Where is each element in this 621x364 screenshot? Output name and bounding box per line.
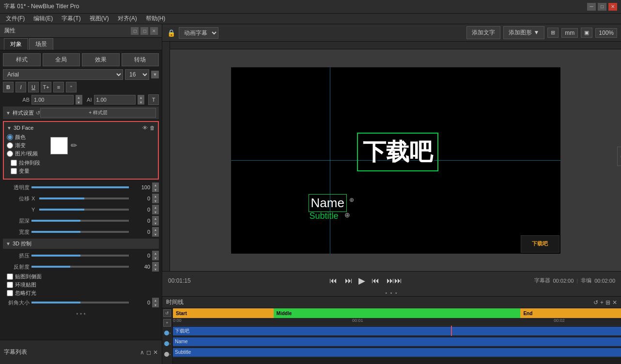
last-frame-button[interactable]: ⏭⏭ xyxy=(385,275,404,286)
animation-preset-select[interactable]: 动画字幕 xyxy=(179,27,218,39)
menu-help[interactable]: 帮助(H) xyxy=(142,14,170,24)
menu-edit[interactable]: 编辑(E) xyxy=(30,14,57,24)
gradient-radio[interactable] xyxy=(7,142,13,149)
ai-up[interactable]: ▲ xyxy=(138,95,144,100)
style-settings-header[interactable]: ▼ 样式设置 ↺ + 样式层 xyxy=(3,106,159,119)
tl-add-button[interactable]: + xyxy=(600,299,604,306)
ignore-light-checkbox[interactable] xyxy=(7,290,13,296)
image-radio[interactable] xyxy=(7,151,13,157)
global-button[interactable]: 全局 xyxy=(43,53,80,66)
text-style-button[interactable]: T+ xyxy=(41,82,51,92)
track-eye-2[interactable] xyxy=(164,341,169,346)
expand-handle[interactable]: › xyxy=(617,147,621,166)
expand-up-button[interactable]: ∧ xyxy=(140,349,144,356)
image-radio-label[interactable]: 图片/视频 xyxy=(7,150,38,157)
offset-y-track[interactable] xyxy=(39,209,129,211)
grid-button[interactable]: ⊞ xyxy=(547,28,559,38)
width-down[interactable]: ▼ xyxy=(152,232,159,237)
menu-view[interactable]: 视图(V) xyxy=(86,14,113,24)
track-bar-1[interactable] xyxy=(173,327,621,335)
depth-track[interactable] xyxy=(31,220,129,222)
ai-input[interactable] xyxy=(94,95,136,105)
ab-down[interactable]: ▼ xyxy=(76,100,82,105)
tl-add-track-icon[interactable]: + xyxy=(163,319,171,327)
variation-checkbox[interactable] xyxy=(11,168,17,174)
segment-end[interactable]: End xyxy=(520,308,621,318)
reflectance-up[interactable]: ▲ xyxy=(152,262,159,267)
italic-button[interactable]: I xyxy=(16,82,26,92)
align-left-button[interactable]: ≡ xyxy=(53,82,64,92)
menu-caption[interactable]: 字幕(T) xyxy=(58,14,84,24)
font-size-select[interactable]: 16 xyxy=(125,69,149,80)
tl-loop-icon[interactable]: ↺ xyxy=(163,309,171,317)
reflectance-track[interactable] xyxy=(31,266,129,268)
extrude-down[interactable]: ▼ xyxy=(152,256,159,260)
minimize-button[interactable]: ─ xyxy=(587,3,596,11)
ab-up[interactable]: ▲ xyxy=(76,95,82,100)
width-track[interactable] xyxy=(31,231,129,233)
bevel-down[interactable]: ▼ xyxy=(152,303,159,307)
lock-button[interactable]: 🔒 xyxy=(166,28,176,38)
prev-frame-button[interactable]: ⏭ xyxy=(343,275,355,286)
color-radio-label[interactable]: 颜色 xyxy=(7,134,38,141)
color-preview[interactable] xyxy=(50,137,68,154)
transparency-up[interactable]: ▲ xyxy=(152,182,159,187)
face-visible-button[interactable]: 👁 xyxy=(142,125,148,131)
close-button[interactable]: ✕ xyxy=(608,3,617,11)
play-button[interactable]: ▶ xyxy=(358,275,365,286)
subtitle-box[interactable]: Subtitle ⊕ xyxy=(308,210,341,222)
track-arrow-1[interactable]: › xyxy=(170,331,171,335)
add-shape-button[interactable]: 添加图形 ▼ xyxy=(503,26,544,39)
style-button[interactable]: 样式 xyxy=(3,53,41,66)
face-delete-button[interactable]: 🗑 xyxy=(150,125,155,131)
track-arrow-3[interactable]: › xyxy=(170,352,171,357)
font-size-down[interactable]: ▼ xyxy=(151,71,159,78)
name-box[interactable]: Name ⊕ xyxy=(309,194,347,212)
align-right-button[interactable]: ⁺ xyxy=(66,82,77,92)
text-align-t-button[interactable]: T xyxy=(148,94,159,105)
track-eye-1[interactable] xyxy=(164,331,169,335)
extrude-track[interactable] xyxy=(31,255,129,257)
panel-pin-button[interactable]: ◻ xyxy=(131,27,139,35)
offset-y-down[interactable]: ▼ xyxy=(152,210,159,214)
offset-x-up[interactable]: ▲ xyxy=(152,194,159,198)
menu-align[interactable]: 对齐(A) xyxy=(114,14,141,24)
maximize-button[interactable]: □ xyxy=(598,3,606,11)
color-radio[interactable] xyxy=(7,134,13,140)
track-arrow-2[interactable]: › xyxy=(170,342,171,346)
ab-input[interactable] xyxy=(31,95,74,105)
segment-start[interactable]: Start xyxy=(173,308,274,318)
pin-button[interactable]: ◻ xyxy=(146,349,151,356)
depth-up[interactable]: ▲ xyxy=(152,216,159,221)
paste-to-side-checkbox[interactable] xyxy=(7,273,13,280)
offset-y-up[interactable]: ▲ xyxy=(152,205,159,210)
transparency-track[interactable] xyxy=(31,186,129,188)
tl-loop-button[interactable]: ↺ xyxy=(593,299,598,306)
tab-scene[interactable]: 场景 xyxy=(29,38,53,50)
tab-object[interactable]: 对象 xyxy=(4,38,28,50)
chinese-title-box[interactable]: 下载吧 xyxy=(357,133,438,171)
tl-close-button[interactable]: ✕ xyxy=(612,299,617,306)
bold-button[interactable]: B xyxy=(3,82,14,92)
offset-x-track[interactable] xyxy=(39,197,129,199)
close-bottom-button[interactable]: ✕ xyxy=(153,349,158,356)
underline-button[interactable]: U xyxy=(28,82,39,92)
tile-checkbox[interactable] xyxy=(7,282,13,288)
ctrl-3d-header[interactable]: ▼ 3D 控制 xyxy=(3,239,159,249)
tl-expand-button[interactable]: ⊞ xyxy=(605,299,610,306)
panel-close-button[interactable]: ✕ xyxy=(150,27,158,35)
first-frame-button[interactable]: ⏮ xyxy=(327,275,339,286)
effect-button[interactable]: 效果 xyxy=(82,53,120,66)
transparency-down[interactable]: ▼ xyxy=(152,187,159,192)
eyedropper-button[interactable]: ✏ xyxy=(71,141,77,150)
view-button[interactable]: ▣ xyxy=(581,28,592,38)
transition-button[interactable]: 转场 xyxy=(122,53,159,66)
bevel-up[interactable]: ▲ xyxy=(152,298,159,303)
offset-x-down[interactable]: ▼ xyxy=(152,198,159,203)
track-bar-3[interactable] xyxy=(173,348,621,357)
style-settings-reset[interactable]: ↺ xyxy=(36,110,40,116)
panel-expand-button[interactable]: ◻ xyxy=(140,27,148,35)
track-eye-3[interactable] xyxy=(164,352,169,357)
menu-file[interactable]: 文件(F) xyxy=(2,14,29,24)
segment-middle[interactable]: Middle xyxy=(274,308,521,318)
